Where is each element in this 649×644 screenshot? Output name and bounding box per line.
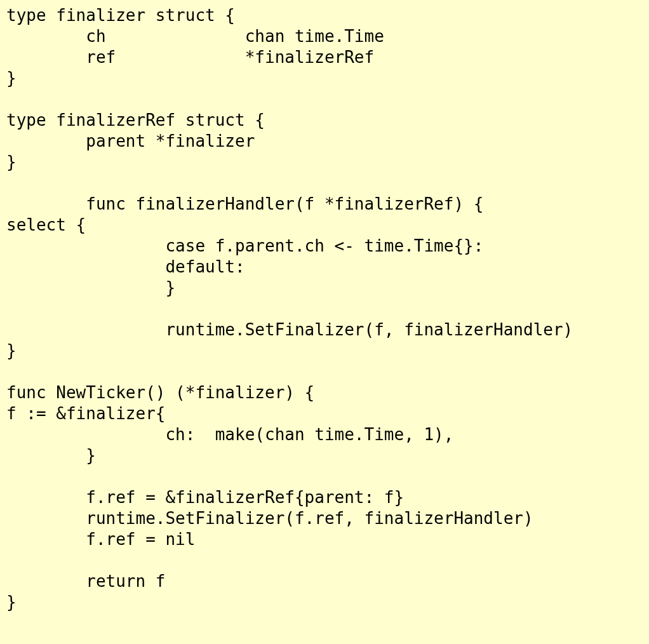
code-content: type finalizer struct { ch chan time.Tim… (6, 6, 573, 612)
code-block: type finalizer struct { ch chan time.Tim… (0, 0, 649, 618)
